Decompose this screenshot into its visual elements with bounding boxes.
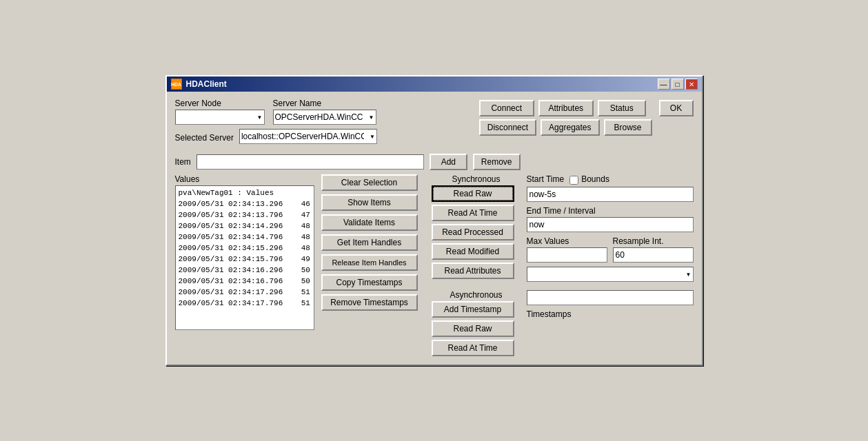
values-item: 2009/05/31 02:34:17.796 51 400C0 — [179, 298, 311, 309]
server-name-field: Server Name OPCServerHDA.WinCC.1 — [273, 99, 376, 125]
read-processed-button[interactable]: Read Processed — [432, 224, 514, 240]
start-time-input[interactable] — [527, 187, 694, 202]
resample-label: Resample Int. — [613, 236, 694, 246]
values-item: 2009/05/31 02:34:15.796 49 400C0 — [179, 254, 311, 265]
values-item: 2009/05/31 02:34:14.796 48 400C0 — [179, 232, 311, 243]
read-modified-button[interactable]: Read Modified — [432, 243, 514, 260]
values-item: 2009/05/31 02:34:16.296 50 400C0 — [179, 265, 311, 276]
server-node-field: Server Node — [175, 99, 265, 125]
async-section: Asynchronous Add Timestamp Read Raw Read… — [432, 287, 694, 356]
get-item-handles-button[interactable]: Get Item Handles — [321, 234, 418, 251]
item-label: Item — [175, 157, 191, 167]
aggregates-button[interactable]: Aggregates — [541, 119, 599, 136]
app-icon: HDA — [171, 79, 182, 90]
start-time-label: Start Time — [527, 174, 565, 184]
close-button[interactable]: ✕ — [685, 79, 698, 90]
clear-selection-button[interactable]: Clear Selection — [321, 174, 418, 191]
remove-button[interactable]: Remove — [473, 154, 521, 170]
sync-buttons-area: Synchronous Read Raw Read At Time Read P… — [432, 174, 521, 282]
show-items-button[interactable]: Show Items — [321, 194, 418, 211]
read-at-time-async-button[interactable]: Read At Time — [432, 340, 514, 356]
read-attributes-button[interactable]: Read Attributes — [432, 263, 514, 279]
add-timestamp-button[interactable]: Add Timestamp — [432, 301, 514, 318]
main-window: HDA HDAClient — □ ✕ Server Node — [165, 75, 703, 366]
sync-label: Synchronous — [432, 174, 521, 184]
async-label: Asynchronous — [432, 290, 521, 300]
server-area: Server Node Server Name OPCServerHDA.Win… — [175, 99, 472, 148]
values-box[interactable]: pva\NewTag01 : Values2009/05/31 02:34:13… — [175, 185, 314, 330]
values-item: pva\NewTag01 : Values — [179, 187, 311, 198]
max-values-input[interactable] — [527, 247, 607, 263]
selected-server-select[interactable]: localhost::OPCServerHDA.WinCC.1 — [239, 129, 377, 144]
values-item: 2009/05/31 02:34:13.296 46 400C0 — [179, 198, 311, 209]
end-time-label: End Time / Interval — [527, 206, 694, 216]
status-button[interactable]: Status — [598, 100, 646, 116]
maximize-button[interactable]: □ — [672, 79, 684, 90]
title-bar: HDA HDAClient — □ ✕ — [167, 76, 702, 92]
item-input[interactable] — [196, 154, 424, 170]
values-item: 2009/05/31 02:34:16.796 50 400C0 — [179, 276, 311, 287]
disconnect-button[interactable]: Disconnect — [479, 119, 536, 136]
max-values-label: Max Values — [527, 236, 607, 246]
timestamp-area: Timestamps — [527, 287, 694, 356]
validate-items-button[interactable]: Validate Items — [321, 214, 418, 231]
title-buttons: — □ ✕ — [658, 79, 698, 90]
values-item: 2009/05/31 02:34:15.296 48 400C0 — [179, 243, 311, 254]
timestamps-label: Timestamps — [527, 309, 694, 319]
middle-panel: Clear Selection Show Items Validate Item… — [321, 174, 425, 356]
add-timestamp-input[interactable] — [527, 290, 694, 305]
release-item-handles-button[interactable]: Release Item Handles — [321, 254, 418, 271]
bounds-checkbox[interactable] — [569, 176, 578, 185]
browse-button[interactable]: Browse — [604, 119, 652, 136]
read-raw-async-button[interactable]: Read Raw — [432, 320, 514, 337]
minimize-button[interactable]: — — [658, 79, 670, 90]
ok-button[interactable]: OK — [659, 100, 694, 116]
dropdown-select[interactable] — [527, 267, 694, 282]
selected-server-label: Selected Server — [175, 133, 234, 143]
bounds-row: Bounds — [569, 174, 609, 185]
top-section: Server Node Server Name OPCServerHDA.Win… — [175, 99, 694, 148]
app-icon-text: HDA — [171, 82, 181, 87]
left-panel: Values pva\NewTag01 : Values2009/05/31 0… — [175, 174, 314, 356]
async-buttons-area: Asynchronous Add Timestamp Read Raw Read… — [432, 287, 521, 356]
top-buttons-row1: Connect Attributes Status — [479, 100, 652, 116]
time-fields-area: Start Time Bounds End Time / Interval Ma… — [527, 174, 694, 282]
server-node-label: Server Node — [175, 99, 265, 108]
read-at-time-sync-button[interactable]: Read At Time — [432, 205, 514, 221]
server-node-select[interactable] — [175, 110, 265, 125]
end-time-input[interactable] — [527, 217, 694, 232]
copy-timestamps-button[interactable]: Copy Timestamps — [321, 274, 418, 291]
item-row: Item Add Remove — [175, 154, 694, 170]
remove-timestamps-button[interactable]: Remove Timestamps — [321, 294, 418, 311]
window-body: Server Node Server Name OPCServerHDA.Win… — [167, 92, 702, 365]
server-name-label: Server Name — [273, 99, 376, 108]
values-item: 2009/05/31 02:34:14.296 48 400C0 — [179, 220, 311, 232]
main-layout: Values pva\NewTag01 : Values2009/05/31 0… — [175, 174, 694, 356]
bounds-label: Bounds — [581, 174, 609, 184]
read-raw-sync-button[interactable]: Read Raw — [432, 185, 514, 202]
values-item: 2009/05/31 02:34:17.296 51 400C0 — [179, 287, 311, 298]
title-bar-left: HDA HDAClient — [171, 79, 227, 90]
resample-input[interactable] — [613, 247, 694, 263]
top-buttons-area: Connect Attributes Status Disconnect Agg… — [479, 100, 652, 136]
top-buttons-row2: Disconnect Aggregates Browse — [479, 119, 652, 136]
attributes-button[interactable]: Attributes — [538, 100, 594, 116]
add-button[interactable]: Add — [430, 154, 467, 170]
connect-button[interactable]: Connect — [479, 100, 534, 116]
values-item: 2009/05/31 02:34:13.796 47 400C0 — [179, 209, 311, 220]
server-name-select[interactable]: OPCServerHDA.WinCC.1 — [273, 110, 376, 125]
values-label: Values — [175, 174, 314, 184]
ok-area: OK — [659, 99, 694, 116]
window-title: HDAClient — [186, 79, 227, 89]
